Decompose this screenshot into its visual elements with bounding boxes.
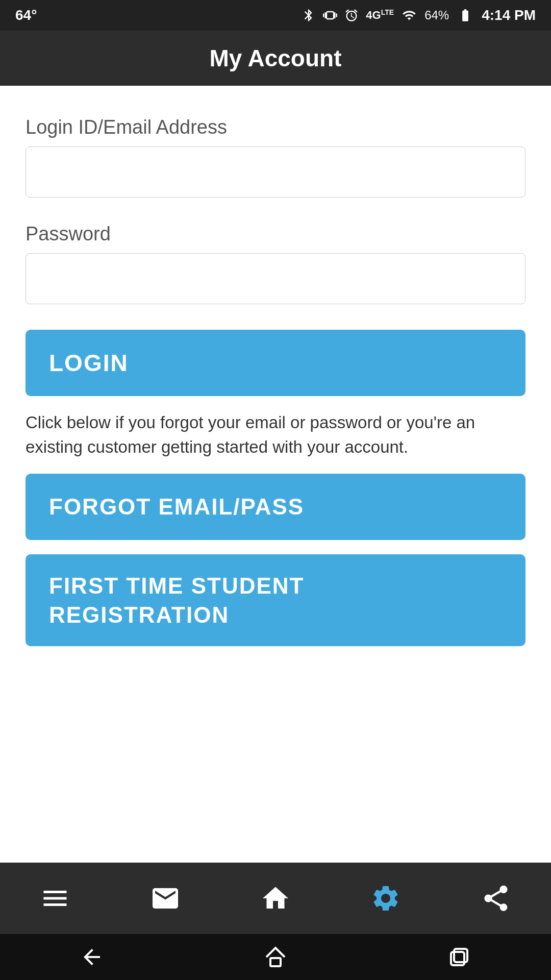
email-label: Login ID/Email Address	[26, 116, 525, 138]
register-line1: FIRST TIME STUDENT	[49, 571, 304, 600]
android-recents-button[interactable]	[447, 945, 471, 969]
recents-icon	[447, 945, 471, 969]
time: 4:14 PM	[482, 7, 536, 23]
vibrate-icon	[323, 8, 337, 22]
nav-home[interactable]	[250, 873, 301, 924]
android-home-button[interactable]	[263, 945, 288, 969]
svg-rect-2	[454, 949, 467, 962]
gear-icon	[370, 883, 401, 914]
password-label: Password	[26, 223, 525, 245]
register-button[interactable]: FIRST TIME STUDENT REGISTRATION	[26, 554, 525, 646]
svg-rect-1	[451, 952, 464, 965]
temperature: 64°	[15, 7, 37, 23]
home-icon	[260, 883, 291, 914]
bluetooth-icon	[302, 8, 316, 22]
svg-rect-0	[270, 958, 281, 966]
register-line2: REGISTRATION	[49, 600, 229, 629]
menu-icon	[40, 883, 70, 914]
bottom-nav	[0, 863, 551, 934]
android-back-button[interactable]	[80, 945, 104, 969]
help-text: Click below if you forgot your email or …	[26, 410, 525, 459]
alarm-icon	[344, 8, 359, 22]
status-icons: 4GLTE 64% 4:14 PM	[302, 7, 536, 23]
nav-settings[interactable]	[360, 873, 411, 924]
network-label: 4GLTE	[366, 8, 394, 22]
back-icon	[80, 945, 104, 969]
page-header: My Account	[0, 31, 551, 86]
email-field-group: Login ID/Email Address	[26, 116, 525, 198]
battery-icon	[456, 8, 474, 22]
nav-mail[interactable]	[140, 873, 191, 924]
nav-menu[interactable]	[30, 873, 81, 924]
mail-icon	[150, 883, 181, 914]
android-home-icon	[263, 945, 288, 969]
password-input[interactable]	[26, 253, 525, 304]
main-content: Login ID/Email Address Password LOGIN Cl…	[0, 86, 551, 863]
password-field-group: Password	[26, 223, 525, 304]
email-input[interactable]	[26, 146, 525, 198]
share-icon	[481, 883, 511, 914]
android-nav	[0, 934, 551, 980]
nav-share[interactable]	[470, 873, 521, 924]
battery-percent: 64%	[424, 8, 449, 22]
login-button[interactable]: LOGIN	[26, 330, 525, 396]
signal-icon	[401, 8, 417, 22]
page-title: My Account	[210, 44, 342, 72]
status-bar: 64° 4GLTE 64% 4:14 PM	[0, 0, 551, 31]
forgot-button[interactable]: FORGOT EMAIL/PASS	[26, 474, 525, 540]
